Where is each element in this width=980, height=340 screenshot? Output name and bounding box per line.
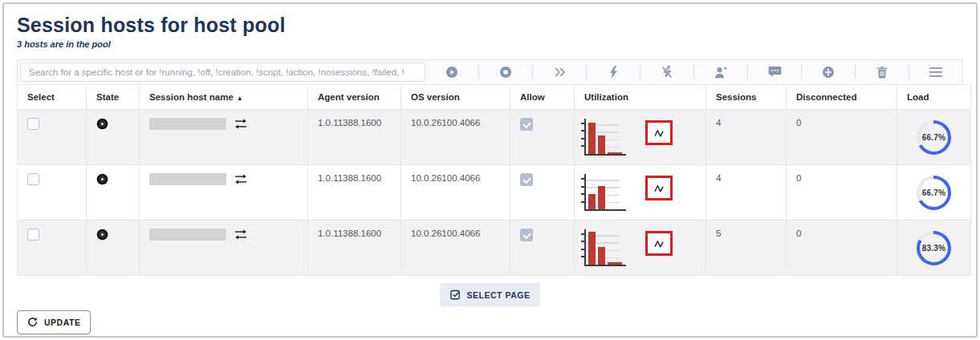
utilization-graph-button[interactable] <box>645 231 673 256</box>
select-checkbox[interactable] <box>27 173 39 185</box>
load-ring-label: 66.7% <box>922 188 945 197</box>
host-name-redacted <box>149 118 226 130</box>
lightning-on-icon[interactable] <box>587 66 640 79</box>
session-hosts-table: Select State Session host name▲ Agent ve… <box>17 84 971 276</box>
activity-icon <box>653 128 665 138</box>
column-header-os-version[interactable]: OS version <box>401 85 510 110</box>
allow-checkbox <box>520 118 533 131</box>
activity-icon <box>653 184 665 193</box>
load-ring: 83.3% <box>917 231 951 265</box>
disconnected-cell: 0 <box>787 110 897 165</box>
table-row: 1.0.11388.1600 10.0.26100.4066 5 0 83.3% <box>18 221 971 276</box>
search-input[interactable] <box>20 63 425 82</box>
disconnected-cell: 0 <box>787 221 897 276</box>
sort-ascending-icon: ▲ <box>237 95 243 102</box>
load-ring: 66.7% <box>917 120 951 155</box>
table-row: 1.0.11388.1600 10.0.26100.4066 4 0 66.7% <box>18 165 971 221</box>
host-name-redacted <box>149 229 226 241</box>
start-host-icon[interactable] <box>425 66 478 79</box>
agent-version-cell: 1.0.11388.1600 <box>308 221 401 276</box>
column-header-agent-version[interactable]: Agent version <box>308 85 401 110</box>
load-ring-label: 83.3% <box>922 244 945 253</box>
update-button[interactable]: UPDATE <box>17 310 91 334</box>
disconnected-cell: 0 <box>787 165 897 221</box>
sessions-cell: 4 <box>706 165 787 221</box>
utilization-bar-chart <box>584 174 626 211</box>
select-checkbox[interactable] <box>27 229 39 241</box>
add-icon[interactable] <box>802 66 855 79</box>
checkbox-check-icon <box>450 289 461 300</box>
page-subtitle: 3 hosts are in the pool <box>17 39 963 49</box>
os-version-cell: 10.0.26100.4066 <box>401 110 510 165</box>
column-header-load[interactable]: Load <box>897 85 971 110</box>
allow-checkbox <box>520 173 533 186</box>
double-chevron-right-icon[interactable] <box>533 67 586 78</box>
agent-version-cell: 1.0.11388.1600 <box>308 165 401 221</box>
swap-arrows-icon <box>234 174 247 184</box>
column-header-select[interactable]: Select <box>18 85 87 110</box>
page-title: Session hosts for host pool <box>17 14 963 37</box>
column-header-state[interactable]: State <box>87 85 140 110</box>
add-user-icon[interactable] <box>694 66 747 79</box>
utilization-bar-chart <box>584 229 626 266</box>
state-running-icon <box>96 229 108 241</box>
select-page-label: SELECT PAGE <box>467 290 531 300</box>
swap-arrows-icon <box>234 119 247 129</box>
allow-checkbox <box>520 229 533 241</box>
column-header-utilization[interactable]: Utilization <box>575 85 706 110</box>
app-frame: Session hosts for host pool 3 hosts are … <box>2 2 978 338</box>
column-header-disconnected[interactable]: Disconnected <box>787 85 897 110</box>
column-header-session-host-name[interactable]: Session host name▲ <box>140 85 308 110</box>
delete-icon[interactable] <box>856 66 909 79</box>
message-icon[interactable] <box>748 66 801 79</box>
update-label: UPDATE <box>44 318 80 327</box>
state-running-icon <box>96 173 108 185</box>
sessions-cell: 5 <box>706 221 787 276</box>
swap-arrows-icon <box>234 229 247 240</box>
sessions-cell: 4 <box>706 110 787 165</box>
select-page-button[interactable]: SELECT PAGE <box>440 283 541 306</box>
utilization-graph-button[interactable] <box>645 176 673 200</box>
table-header-row: Select State Session host name▲ Agent ve… <box>18 85 971 110</box>
load-ring-label: 66.7% <box>922 133 945 142</box>
toolbar <box>17 59 963 85</box>
table-row: 1.0.11388.1600 10.0.26100.4066 4 0 66.7% <box>18 110 971 165</box>
load-ring: 66.7% <box>917 176 951 210</box>
utilization-bar-chart <box>584 119 626 156</box>
utilization-graph-button[interactable] <box>645 120 673 145</box>
stop-host-icon[interactable] <box>479 66 532 79</box>
column-header-sessions[interactable]: Sessions <box>706 85 787 110</box>
os-version-cell: 10.0.26100.4066 <box>401 221 510 276</box>
activity-icon <box>653 239 665 249</box>
lightning-off-icon[interactable] <box>640 66 693 79</box>
column-header-allow[interactable]: Allow <box>510 85 575 110</box>
os-version-cell: 10.0.26100.4066 <box>401 165 510 221</box>
agent-version-cell: 1.0.11388.1600 <box>308 110 401 165</box>
select-checkbox[interactable] <box>27 118 39 130</box>
host-name-redacted <box>149 173 226 185</box>
refresh-icon <box>27 317 38 328</box>
state-running-icon <box>96 118 108 130</box>
toolbar-icons <box>425 60 962 84</box>
menu-icon[interactable] <box>909 67 962 77</box>
